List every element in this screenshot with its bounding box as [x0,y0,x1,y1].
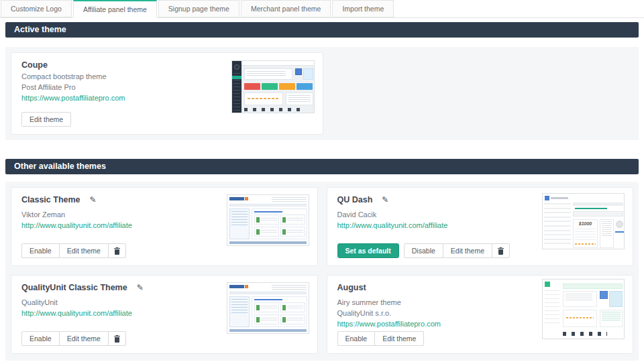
theme-button-group: Enable Edit theme [337,331,425,346]
edit-theme-button[interactable]: Edit theme [21,112,71,127]
theme-link[interactable]: http://www.qualityunit.com/affiliate [21,309,132,317]
theme-author: Post Affiliate Pro [21,82,125,93]
active-theme-section-header: Active theme [5,22,639,38]
enable-theme-button[interactable]: Enable [21,331,60,346]
theme-description: Compact bootstrap theme [21,72,125,82]
theme-name-label: QualityUnit Classic Theme [21,283,127,292]
theme-link[interactable]: https://www.postaffiliatepro.com [21,94,125,102]
theme-author: QualityUnit s.r.o. [337,308,441,319]
tab-merchant-panel-theme[interactable]: Merchant panel theme [241,0,331,17]
theme-name-label: Coupe [21,60,48,70]
theme-card-classic-theme: Classic Theme ✎ Viktor Zeman http://www.… [11,187,318,266]
enable-theme-button[interactable]: Enable [337,331,376,346]
theme-link[interactable]: https://www.postaffiliatepro.com [337,320,441,328]
other-themes-section-header: Other available themes [5,159,639,174]
classic-theme-thumbnail [227,194,309,246]
enable-theme-button[interactable]: Enable [21,243,60,258]
theme-actions: Enable Edit theme [337,331,425,346]
theme-actions: Enable Edit theme [21,243,126,258]
theme-name: QualityUnit Classic Theme ✎ [21,283,144,292]
trash-icon [114,335,120,343]
edit-theme-button[interactable]: Edit theme [443,243,492,258]
theme-button-group: Enable Edit theme [21,243,126,258]
theme-link[interactable]: http://www.qualityunit.com/affiliate [337,221,448,229]
theme-meta: QualityUnit http://www.qualityunit.com/a… [21,298,132,319]
theme-meta: Compact bootstrap theme Post Affiliate P… [21,72,125,104]
disable-theme-button[interactable]: Disable [404,243,443,258]
thumbnail-amount-label: $1000 [573,221,598,226]
theme-author: QualityUnit [21,298,132,308]
qu-dash-theme-thumbnail: $1000 [542,193,625,249]
theme-meta: Viktor Zeman http://www.qualityunit.com/… [21,210,132,231]
theme-button-group: Enable Edit theme [21,331,126,346]
coupe-theme-thumbnail [231,60,315,113]
theme-tabs: Customize Logo Affiliate panel theme Sig… [0,0,644,18]
tab-affiliate-panel-theme[interactable]: Affiliate panel theme [73,0,157,18]
active-theme-section: Coupe Compact bootstrap theme Post Affil… [5,47,639,140]
theme-name: August [337,283,366,292]
qualityunit-classic-theme-thumbnail [227,282,309,334]
theme-card-august: August Airy summer theme QualityUnit s.r… [327,275,634,354]
theme-name-label: Classic Theme [21,195,80,204]
edit-theme-button[interactable]: Edit theme [59,331,109,346]
theme-card-coupe: Coupe Compact bootstrap theme Post Affil… [11,52,323,135]
other-themes-section: Classic Theme ✎ Viktor Zeman http://www.… [5,182,639,361]
theme-button-group: Disable Edit theme [404,243,510,258]
theme-link[interactable]: http://www.qualityunit.com/affiliate [21,221,132,229]
theme-name-label: QU Dash [337,195,373,204]
theme-name: Coupe [21,60,48,70]
theme-meta: David Cacik http://www.qualityunit.com/a… [337,210,448,231]
theme-name-label: August [337,283,366,292]
tab-signup-page-theme[interactable]: Signup page theme [158,0,239,17]
delete-theme-button[interactable] [492,243,510,258]
theme-card-qu-dash: QU Dash ✎ David Cacik http://www.quality… [327,187,634,266]
theme-author: Viktor Zeman [21,210,132,221]
theme-name: QU Dash ✎ [337,195,389,204]
rename-pencil-icon[interactable]: ✎ [90,195,97,204]
theme-meta: Airy summer theme QualityUnit s.r.o. htt… [337,298,441,330]
theme-actions: Enable Edit theme [21,331,126,346]
theme-name: Classic Theme ✎ [21,195,97,204]
theme-author: David Cacik [337,210,448,221]
set-as-default-button[interactable]: Set as default [337,243,399,258]
edit-theme-button[interactable]: Edit theme [59,243,109,258]
trash-icon [114,247,120,255]
rename-pencil-icon[interactable]: ✎ [382,195,388,204]
themes-grid: Classic Theme ✎ Viktor Zeman http://www.… [11,187,633,354]
tab-customize-logo[interactable]: Customize Logo [1,0,72,17]
theme-actions: Edit theme [21,112,71,127]
theme-description: Airy summer theme [337,298,441,308]
theme-actions: Set as default Disable Edit theme [337,243,511,258]
theme-card-qualityunit-classic: QualityUnit Classic Theme ✎ QualityUnit … [11,275,318,354]
delete-theme-button[interactable] [108,243,126,258]
edit-theme-button[interactable]: Edit theme [374,331,424,346]
delete-theme-button[interactable] [108,331,126,346]
august-theme-thumbnail [542,279,625,339]
tab-import-theme[interactable]: Import theme [332,0,394,17]
rename-pencil-icon[interactable]: ✎ [137,283,144,292]
trash-icon [498,247,504,255]
